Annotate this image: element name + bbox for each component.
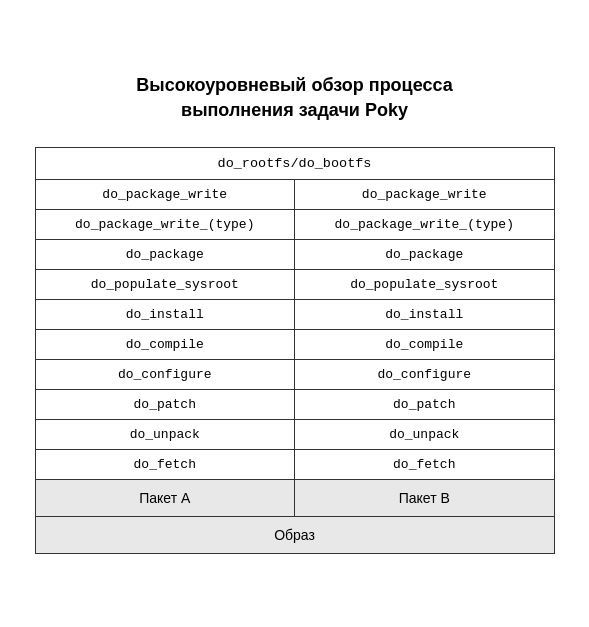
package-b-label: Пакет В — [295, 480, 554, 516]
task-a-5: do_compile — [36, 330, 295, 360]
task-b-6: do_configure — [295, 360, 554, 390]
task-b-2: do_package — [295, 240, 554, 270]
task-b-8: do_unpack — [295, 420, 554, 450]
task-a-9: do_fetch — [36, 450, 295, 479]
package-b-column: do_package_writedo_package_write_(type)d… — [295, 180, 554, 479]
task-a-2: do_package — [36, 240, 295, 270]
task-b-1: do_package_write_(type) — [295, 210, 554, 240]
packages-columns: do_package_writedo_package_write_(type)d… — [36, 180, 554, 480]
task-a-3: do_populate_sysroot — [36, 270, 295, 300]
page-title: Высокоуровневый обзор процесса выполнени… — [35, 73, 555, 123]
package-labels-row: Пакет А Пакет В — [36, 480, 554, 517]
main-container: Высокоуровневый обзор процесса выполнени… — [35, 73, 555, 554]
task-a-8: do_unpack — [36, 420, 295, 450]
task-b-4: do_install — [295, 300, 554, 330]
task-b-7: do_patch — [295, 390, 554, 420]
image-label: Образ — [36, 517, 554, 553]
task-a-6: do_configure — [36, 360, 295, 390]
package-a-label: Пакет А — [36, 480, 296, 516]
task-a-1: do_package_write_(type) — [36, 210, 295, 240]
task-b-9: do_fetch — [295, 450, 554, 479]
package-a-column: do_package_writedo_package_write_(type)d… — [36, 180, 296, 479]
task-b-5: do_compile — [295, 330, 554, 360]
task-b-0: do_package_write — [295, 180, 554, 210]
diagram-box: do_rootfs/do_bootfs do_package_writedo_p… — [35, 147, 555, 554]
task-b-3: do_populate_sysroot — [295, 270, 554, 300]
task-a-7: do_patch — [36, 390, 295, 420]
task-a-4: do_install — [36, 300, 295, 330]
rootfs-cell: do_rootfs/do_bootfs — [36, 148, 554, 180]
task-a-0: do_package_write — [36, 180, 295, 210]
